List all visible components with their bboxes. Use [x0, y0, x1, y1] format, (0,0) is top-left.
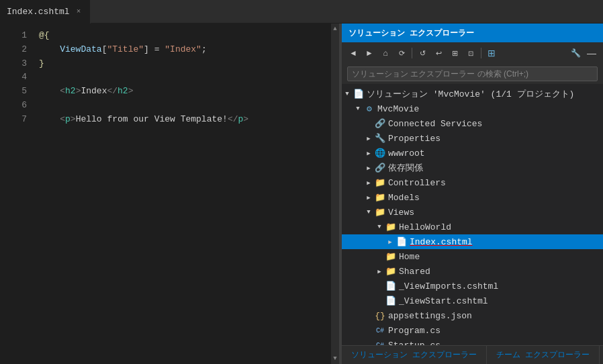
tab-filename: Index.cshtml [7, 7, 70, 17]
tree-icon-helloworld: 📁 [385, 221, 397, 233]
tree-icon-connected-services: 🔗 [374, 118, 386, 130]
tree-label-views: Views [388, 208, 414, 218]
tree-label-dependencies: 依存関係 [388, 162, 423, 174]
refresh-button[interactable]: ↺ [415, 46, 430, 60]
se-title: ソリューション エクスプローラー [349, 28, 474, 39]
editor-scrollbar[interactable]: ▲ ▼ [331, 24, 339, 364]
se-bottom-tabs: ソリューション エクスプローラー チーム エクスプローラー [342, 345, 603, 364]
tree-label-program: Program.cs [388, 326, 440, 336]
tree-item-shared[interactable]: 📁Shared [342, 264, 603, 279]
se-toolbar: ◄ ► ⌂ ⟳ ↺ ↩ ⊞ ⊡ ⊞ 🔧 — [342, 42, 603, 64]
tree-label-models: Models [388, 193, 420, 203]
tree-label-mvcmovie: MvcMovie [377, 104, 419, 114]
tree-arrow-helloworld[interactable] [374, 222, 385, 232]
tree-icon-startup: C# [374, 339, 386, 345]
tree-arrow-index-cshtml[interactable] [385, 236, 396, 247]
tree-label-viewimports: _ViewImports.cshtml [399, 281, 498, 291]
main-content: 1234567 @{ ViewData["Title"] = "Index";}… [0, 24, 603, 364]
tree-icon-models: 📁 [374, 191, 386, 203]
tree-icon-solution: 📄 [353, 88, 365, 100]
tree-item-startup[interactable]: C#Startup.cs [342, 338, 603, 345]
tree-item-helloworld[interactable]: 📁HelloWorld [342, 220, 603, 234]
tree-label-index-cshtml: Index.cshtml [410, 237, 473, 247]
tree-icon-wwwroot: 🌐 [374, 147, 386, 159]
tree-item-index-cshtml[interactable]: 📄Index.cshtml [342, 234, 603, 249]
tree-label-viewstart: _ViewStart.cshtml [399, 296, 488, 306]
se-tree[interactable]: 📄ソリューション 'MvcMovie' (1/1 プロジェクト)⚙MvcMovi… [342, 84, 603, 345]
scroll-down-arrow[interactable]: ▼ [331, 353, 339, 364]
tree-item-mvcmovie[interactable]: ⚙MvcMovie [342, 101, 603, 116]
tree-label-home: Home [399, 252, 420, 262]
home-button[interactable]: ⌂ [378, 46, 393, 60]
code-line: @{ [34, 29, 331, 43]
tree-label-connected-services: Connected Services [388, 119, 482, 129]
se-title-bar: ソリューション エクスプローラー [342, 24, 603, 42]
code-line [34, 99, 331, 113]
editor-area: 1234567 @{ ViewData["Title"] = "Index";}… [0, 24, 339, 364]
se-search-area [342, 64, 603, 84]
tree-label-properties: Properties [388, 134, 440, 144]
tree-arrow-properties[interactable] [363, 133, 374, 144]
tree-item-solution[interactable]: 📄ソリューション 'MvcMovie' (1/1 プロジェクト) [342, 87, 603, 101]
tree-item-viewstart[interactable]: 📄_ViewStart.cshtml [342, 293, 603, 308]
se-tab-solution-explorer[interactable]: ソリューション エクスプローラー [342, 346, 487, 364]
tree-item-viewimports[interactable]: 📄_ViewImports.cshtml [342, 279, 603, 293]
code-content[interactable]: @{ ViewData["Title"] = "Index";} <h2>Ind… [34, 24, 331, 364]
tree-arrow-views[interactable] [363, 207, 374, 218]
toolbar-separator-1 [412, 48, 412, 58]
code-line: } [34, 57, 331, 71]
toolbar-separator-2 [481, 48, 481, 58]
tree-icon-dependencies: 🔗 [374, 162, 386, 174]
tree-arrow-controllers[interactable] [363, 177, 374, 188]
tree-item-views[interactable]: 📁Views [342, 205, 603, 220]
tree-item-home[interactable]: 📁Home [342, 249, 603, 264]
tree-arrow-solution[interactable] [342, 89, 353, 99]
back-button[interactable]: ◄ [346, 46, 361, 60]
settings-button[interactable]: 🔧 [568, 46, 583, 60]
tree-icon-controllers: 📁 [374, 177, 386, 189]
tree-label-controllers: Controllers [388, 178, 446, 188]
code-line: ViewData["Title"] = "Index"; [34, 43, 331, 57]
code-line: <p>Hello from our View Template!</p> [34, 113, 331, 127]
tab-index-cshtml[interactable]: Index.cshtml × [0, 0, 91, 24]
undo-button[interactable]: ↩ [431, 46, 446, 60]
tree-arrow-models[interactable] [363, 192, 374, 203]
tree-icon-index-cshtml: 📄 [396, 236, 408, 248]
tree-icon-viewimports: 📄 [385, 280, 397, 292]
tree-label-wwwroot: wwwroot [388, 148, 425, 158]
tree-icon-viewstart: 📄 [385, 295, 397, 307]
tree-item-dependencies[interactable]: 🔗依存関係 [342, 161, 603, 175]
se-search-input[interactable] [347, 66, 598, 81]
tree-item-connected-services[interactable]: 🔗Connected Services [342, 116, 603, 131]
line-numbers: 1234567 [0, 24, 34, 364]
tab-close-button[interactable]: × [74, 6, 84, 17]
expand-button[interactable]: ⊞ [447, 46, 462, 60]
tree-arrow-dependencies[interactable] [363, 163, 374, 173]
tree-label-shared: Shared [399, 267, 430, 277]
tree-item-models[interactable]: 📁Models [342, 190, 603, 205]
scroll-up-arrow[interactable]: ▲ [331, 24, 339, 34]
tree-icon-appsettings: {} [374, 310, 386, 322]
show-all-button[interactable]: ⊞ [484, 46, 499, 60]
tree-item-wwwroot[interactable]: 🌐wwwroot [342, 146, 603, 161]
tree-icon-views: 📁 [374, 206, 386, 218]
tree-item-controllers[interactable]: 📁Controllers [342, 175, 603, 190]
tree-arrow-mvcmovie[interactable] [353, 103, 363, 114]
se-tab-team-explorer[interactable]: チーム エクスプローラー [487, 346, 600, 364]
tree-arrow-shared[interactable] [374, 266, 385, 277]
editor-body: 1234567 @{ ViewData["Title"] = "Index";}… [0, 24, 339, 364]
tree-icon-shared: 📁 [385, 265, 397, 277]
tab-bar: Index.cshtml × [0, 0, 603, 24]
code-line [34, 71, 331, 85]
tree-label-startup: Startup.cs [388, 340, 440, 346]
sync-button[interactable]: ⟳ [394, 46, 409, 60]
tree-item-properties[interactable]: 🔧Properties [342, 131, 603, 146]
tree-item-appsettings[interactable]: {}appsettings.json [342, 308, 603, 323]
solution-explorer: ソリューション エクスプローラー ◄ ► ⌂ ⟳ ↺ ↩ ⊞ ⊡ ⊞ 🔧 — 📄… [341, 24, 603, 364]
tree-arrow-wwwroot[interactable] [363, 148, 374, 158]
tree-item-program[interactable]: C#Program.cs [342, 323, 603, 338]
forward-button[interactable]: ► [362, 46, 377, 60]
close-panel-button[interactable]: — [584, 46, 599, 60]
code-line: <h2>Index</h2> [34, 85, 331, 99]
collapse-button[interactable]: ⊡ [463, 46, 478, 60]
